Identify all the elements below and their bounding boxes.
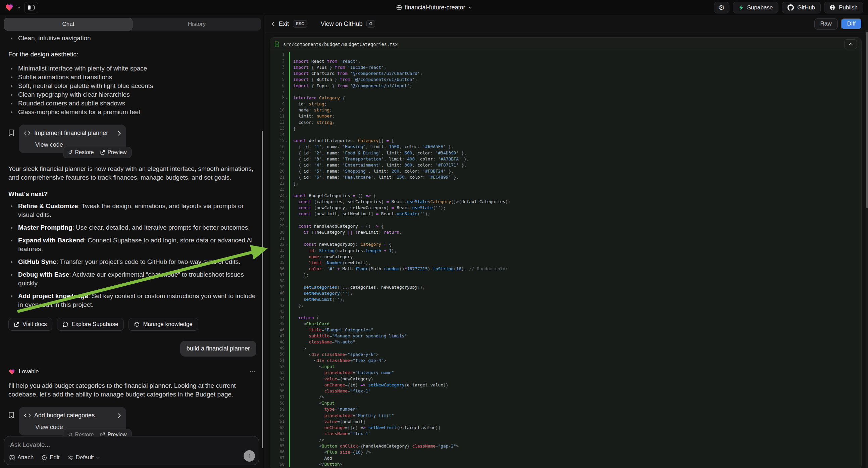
chevron-up-icon bbox=[848, 42, 853, 46]
diff-toggle-button[interactable]: Diff bbox=[841, 19, 862, 30]
code-line: 67 Add bbox=[270, 455, 861, 461]
preview-button[interactable]: Preview bbox=[100, 149, 126, 155]
explore-supabase-button[interactable]: Explore Supabase bbox=[57, 318, 124, 331]
line-number: 9 bbox=[270, 102, 289, 107]
chevron-left-icon[interactable] bbox=[272, 21, 275, 27]
code-line: 3import { Plus } from 'lucide-react'; bbox=[270, 64, 861, 70]
line-number: 53 bbox=[270, 370, 289, 375]
whats-next-list: Refine & Customize: Tweak the design, an… bbox=[8, 202, 256, 309]
code-line: 62 onChange={(e) => setNewLimit(e.target… bbox=[270, 425, 861, 430]
code-line: 17 { id: '2', name: 'Food & Dining', lim… bbox=[270, 150, 861, 156]
line-number: 47 bbox=[270, 334, 289, 339]
toggle-sidebar-button[interactable] bbox=[24, 2, 38, 13]
tab-chat[interactable]: Chat bbox=[4, 18, 132, 31]
line-number: 67 bbox=[270, 456, 289, 460]
code-line: 30 if (!newCategory || !newLimit) return… bbox=[270, 229, 861, 235]
collapse-file-button[interactable] bbox=[844, 39, 857, 49]
tab-history[interactable]: History bbox=[132, 18, 261, 31]
code-line: 37 }; bbox=[270, 272, 861, 278]
exit-button[interactable]: Exit bbox=[279, 21, 289, 28]
external-link-icon bbox=[14, 322, 19, 327]
publish-button[interactable]: Publish bbox=[824, 2, 863, 13]
file-diff-card: src/components/budget/BudgetCategories.t… bbox=[270, 37, 862, 468]
line-number: 3 bbox=[270, 65, 289, 69]
message-menu-button[interactable]: ⋯ bbox=[250, 368, 256, 375]
line-number: 28 bbox=[270, 217, 289, 222]
line-number: 63 bbox=[270, 431, 289, 436]
bullet-dot bbox=[11, 85, 12, 87]
code-line: 2import React from 'react'; bbox=[270, 58, 861, 64]
supabase-label: Supabase bbox=[747, 4, 773, 11]
settings-button[interactable]: ⚙ bbox=[714, 2, 730, 13]
edit-button[interactable]: Edit bbox=[41, 454, 59, 461]
code-line: 65 <Button onClick={handleAddCategory} c… bbox=[270, 443, 861, 449]
restore-icon: ↺ bbox=[68, 432, 72, 436]
visit-docs-button[interactable]: Visit docs bbox=[8, 318, 52, 331]
line-number: 5 bbox=[270, 77, 289, 82]
code-line: 49 > bbox=[270, 345, 861, 351]
publish-globe-icon bbox=[830, 5, 835, 10]
design-bullet-list: Minimalist interface with plenty of whit… bbox=[8, 64, 256, 117]
line-number: 39 bbox=[270, 285, 289, 289]
github-label: GitHub bbox=[797, 4, 815, 11]
list-item: Expand with Backend: Connect Supabase to… bbox=[8, 236, 256, 254]
fold-chevron-icon[interactable]: ⌄ bbox=[284, 225, 289, 228]
external-link-icon bbox=[100, 432, 105, 436]
bookmark-icon[interactable] bbox=[8, 412, 14, 435]
chat-scrollbar[interactable] bbox=[262, 131, 263, 448]
chat-message-list[interactable]: Clean, intuitive navigation For the desi… bbox=[0, 31, 265, 436]
line-number: 8⌄ bbox=[270, 95, 289, 100]
chat-composer[interactable]: Ask Lovable... Attach bbox=[4, 436, 259, 465]
github-button[interactable]: GitHub bbox=[782, 2, 821, 13]
preview-button[interactable]: Preview bbox=[100, 432, 126, 436]
fold-chevron-icon[interactable]: ⌄ bbox=[284, 96, 289, 99]
code-line: 19 { id: '4', name: 'Entertainment', lim… bbox=[270, 162, 861, 168]
attach-button[interactable]: Attach bbox=[9, 454, 34, 461]
code-line: 43 bbox=[270, 309, 861, 315]
line-number: 44 bbox=[270, 315, 289, 320]
line-number: 27 bbox=[270, 211, 289, 216]
fold-chevron-icon[interactable]: ⌄ bbox=[284, 139, 289, 142]
chat-input[interactable]: Ask Lovable... bbox=[10, 441, 50, 448]
bullet-dot bbox=[11, 240, 12, 241]
line-number: 18 bbox=[270, 156, 289, 161]
mode-selector[interactable]: Default bbox=[68, 454, 100, 461]
line-number: 40 bbox=[270, 291, 289, 295]
code-line: 31 bbox=[270, 235, 861, 241]
view-on-github-link[interactable]: View on GitHub bbox=[321, 21, 363, 28]
line-number: 41 bbox=[270, 297, 289, 302]
attach-image-icon bbox=[9, 455, 15, 460]
code-line: 16 { id: '1', name: 'Housing', limit: 15… bbox=[270, 144, 861, 150]
quick-actions-row: Visit docs Explore Supabase bbox=[8, 318, 256, 331]
fold-chevron-icon[interactable]: ⌄ bbox=[284, 243, 289, 246]
raw-toggle-button[interactable]: Raw bbox=[814, 19, 838, 30]
version-card-implement-financial-planner[interactable]: Implement financial planner View code ↺ … bbox=[19, 124, 126, 153]
file-header[interactable]: src/components/budget/BudgetCategories.t… bbox=[270, 38, 861, 51]
lovable-logo-icon[interactable] bbox=[5, 3, 14, 12]
gear-icon: ⚙ bbox=[718, 4, 725, 11]
window-scrollbar[interactable] bbox=[866, 30, 868, 468]
code-line: 59 type="number" bbox=[270, 406, 861, 412]
line-number: 60 bbox=[270, 413, 289, 418]
window-scrollbar-thumb[interactable] bbox=[866, 32, 868, 208]
restore-button[interactable]: ↺ Restore bbox=[68, 149, 94, 155]
fold-chevron-icon[interactable]: ⌄ bbox=[284, 194, 289, 197]
line-number: 31 bbox=[270, 236, 289, 241]
supabase-button[interactable]: Supabase bbox=[733, 2, 779, 13]
code-viewer[interactable]: 12import React from 'react';3import { Pl… bbox=[270, 51, 861, 468]
bookmark-icon[interactable] bbox=[8, 129, 14, 153]
top-bar: financial-future-creator ⚙ Supabase GitH… bbox=[0, 0, 868, 15]
code-line: 25 const [categories, setCategories] = R… bbox=[270, 199, 861, 205]
line-number: 52 bbox=[270, 364, 289, 369]
code-line: 38 bbox=[270, 278, 861, 284]
line-number: 50 bbox=[270, 352, 289, 356]
manage-knowledge-button[interactable]: Manage knowledge bbox=[128, 318, 198, 331]
code-line: 9 id: string; bbox=[270, 101, 861, 107]
project-switcher[interactable]: financial-future-creator bbox=[396, 0, 472, 15]
workspace-chevron-icon[interactable] bbox=[17, 6, 21, 9]
line-number: 33 bbox=[270, 248, 289, 253]
send-button[interactable]: ↑ bbox=[244, 450, 255, 462]
version-card-add-budget-categories[interactable]: Add budget categories View code ↺ Restor… bbox=[19, 407, 126, 435]
code-line: 46 title="Budget Categories" bbox=[270, 327, 861, 333]
restore-button[interactable]: ↺ Restore bbox=[68, 432, 94, 436]
